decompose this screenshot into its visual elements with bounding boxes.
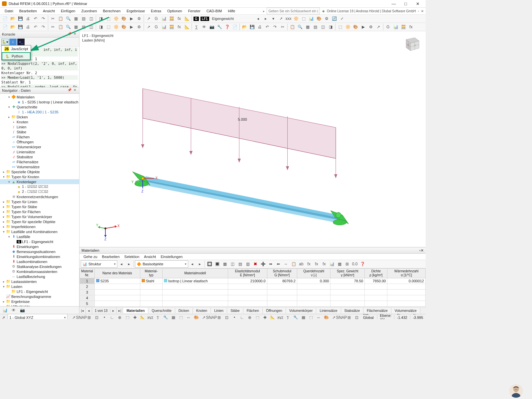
tree-node[interactable]: ⚙Statikanalyse-Einstellungen [0, 264, 79, 269]
toolbar-button[interactable]: ↗ [145, 15, 152, 22]
toolbar-button[interactable]: fx [176, 23, 183, 31]
first-page-icon[interactable]: |◂ [79, 308, 86, 314]
toolbar-button[interactable]: 🎨 [120, 23, 127, 31]
bp-toolbar-button[interactable]: ➡ [267, 260, 274, 268]
prev2-icon[interactable]: ◂ [189, 260, 196, 268]
toolbar-button[interactable]: G [153, 15, 160, 22]
toolbar-button[interactable]: ⬚ [300, 15, 308, 22]
tree-node[interactable]: /Linien [0, 124, 79, 129]
status-toolbar-button[interactable]: ⊕ [116, 314, 123, 319]
next-page-icon[interactable]: ▸ [110, 308, 117, 314]
bp-toolbar-button[interactable]: ✖ [252, 260, 259, 268]
data-tab-icon[interactable]: 📊 [1, 307, 9, 314]
menu-optionen[interactable]: Optionen [165, 8, 185, 14]
tab-volumenkörper[interactable]: Volumenkörper [286, 308, 317, 313]
tab-stabsätze[interactable]: Stabsätze [341, 308, 364, 313]
toolbar-button[interactable]: ⚙ [367, 23, 374, 31]
eye-tab-icon[interactable]: 👁 [10, 307, 17, 314]
status-toolbar-button[interactable]: ⊡ [353, 314, 360, 319]
bp-menu-bearbeiten[interactable]: Bearbeiten [100, 254, 122, 259]
toolbar-button[interactable]: ↗ [375, 23, 382, 31]
tree-node[interactable]: ▸📁Typen für Volumenkörper [0, 214, 79, 219]
toolbar-button[interactable]: ◂ [254, 15, 262, 22]
menu-datei[interactable]: Datei [2, 8, 16, 14]
status-toolbar-button[interactable]: ▦ [170, 314, 177, 319]
tree-node[interactable]: ▾📁Lastfälle und Kombinationen [0, 229, 79, 234]
next2-icon[interactable]: ▸ [196, 260, 203, 268]
basisobjekte-combo[interactable]: 🔶Basisobjekte▾ [135, 260, 188, 268]
toolbar-button[interactable]: ↷ [40, 15, 47, 22]
status-toolbar-button[interactable]: 📐 [269, 314, 276, 319]
status-toolbar-button[interactable]: ↔ [185, 314, 192, 319]
dropdown-item-javascript[interactable]: JSJavaScript [2, 46, 31, 52]
tab-materialien[interactable]: Materialien [123, 308, 148, 313]
tree-node[interactable]: /Stäbe [0, 129, 79, 134]
toolbar-button[interactable]: ▸ [262, 15, 269, 22]
toolbar-button[interactable]: ◨ [97, 23, 104, 31]
tree-node[interactable]: ▸📁Typen für Flächen [0, 209, 79, 214]
menu-extras[interactable]: Extras [148, 8, 164, 14]
close-doc-button[interactable]: ✕ [421, 9, 424, 13]
bp-toolbar-button[interactable]: ➕ [259, 260, 267, 268]
toolbar-button[interactable]: ▶ [128, 15, 135, 22]
toolbar-button[interactable]: ▾ [270, 15, 277, 22]
toolbar-button[interactable]: ▦ [72, 15, 79, 22]
toolbar-button[interactable]: ❓ [223, 23, 231, 31]
tab-flächensätze[interactable]: Flächensätze [363, 308, 391, 313]
pin-icon[interactable]: 📌 [67, 88, 72, 93]
tree-node[interactable]: ▸📁Spezielle Objekte [0, 169, 79, 174]
status-toolbar-button[interactable]: • [231, 314, 238, 319]
close-icon[interactable]: ✕ [421, 248, 424, 253]
status-toolbar-button[interactable]: • [101, 314, 108, 319]
toolbar-button[interactable]: ↶ [264, 23, 271, 31]
toolbar-button[interactable]: ▦ [304, 23, 311, 31]
tree-node[interactable]: ⫽Liniensätze [0, 149, 79, 154]
status-toolbar-button[interactable]: xyz [277, 314, 284, 319]
toolbar-button[interactable]: ✂ [279, 23, 286, 31]
tree-node[interactable]: ⫽Stabsätze [0, 154, 79, 159]
toolbar-button[interactable]: ↗ [145, 23, 152, 31]
menu-zuordnen[interactable]: Zuordnen [78, 8, 99, 14]
tree-node[interactable]: ■1 - S235 | Isotrop | Linear elastisch [0, 99, 79, 104]
bp-toolbar-button[interactable]: ⊞ [343, 260, 351, 268]
tree-node[interactable]: •Knoten [0, 119, 79, 124]
toolbar-button[interactable]: 🔍 [65, 15, 72, 22]
tree-node[interactable]: ⬇Lastkombinationen [0, 259, 79, 264]
toolbar-button[interactable]: ▶ [359, 23, 367, 31]
column-header[interactable]: Material- typ [140, 269, 162, 278]
structure-combo[interactable]: 📊Struktur▾ [81, 260, 117, 268]
camera-tab-icon[interactable]: 📷 [19, 307, 26, 314]
toolbar-button[interactable]: 📂 [9, 15, 16, 22]
tree-node[interactable]: ○Öffnungen [0, 139, 79, 144]
tab-knoten[interactable]: Knoten [193, 308, 211, 313]
terminal-button[interactable]: >_ [17, 39, 25, 45]
search-input[interactable] [267, 8, 320, 14]
menu-einfügen[interactable]: Einfügen [58, 8, 78, 14]
toolbar-button[interactable]: ✂ [49, 23, 57, 31]
tab-linien[interactable]: Linien [211, 308, 227, 313]
tree-node[interactable]: ⊕Knotennetzverdichtungen [0, 194, 79, 199]
toolbar-button[interactable]: ◨ [327, 23, 334, 31]
lf-text[interactable]: Eigengewicht [210, 17, 254, 21]
menu-hilfe[interactable]: Hilfe [225, 8, 238, 14]
tab-stäbe[interactable]: Stäbe [227, 308, 243, 313]
toolbar-button[interactable]: ✓ [338, 15, 346, 22]
toolbar-button[interactable]: 🖨 [256, 23, 263, 31]
toolbar-button[interactable]: 👁 [200, 23, 208, 31]
tree-node[interactable]: ▸📁Typen für Stäbe [0, 204, 79, 209]
toolbar-button[interactable]: 📋 [289, 23, 296, 31]
status-toolbar-button[interactable]: 📐 [139, 314, 146, 319]
tree-node[interactable]: 📈Berechnungsdiagramme [0, 294, 79, 299]
toolbar-button[interactable]: ▦ [72, 23, 79, 31]
toolbar-button[interactable]: fx [407, 23, 415, 31]
status-toolbar-button[interactable]: ∑ [284, 314, 292, 319]
status-toolbar-button[interactable]: ⊞ [85, 314, 93, 319]
toolbar-button[interactable]: ↶ [32, 15, 39, 22]
table-row[interactable]: 3 [80, 290, 426, 295]
column-header[interactable]: Wärmedehnzahl α [1/°C] [387, 269, 426, 278]
toolbar-button[interactable]: 📄 [231, 23, 238, 31]
toolbar-button[interactable]: 🔍 [296, 23, 304, 31]
column-header[interactable]: Querdehnzahl ν [-] [297, 269, 330, 278]
status-toolbar-button[interactable]: ∟ [108, 314, 116, 319]
toolbar-button[interactable]: 📂 [9, 23, 16, 31]
